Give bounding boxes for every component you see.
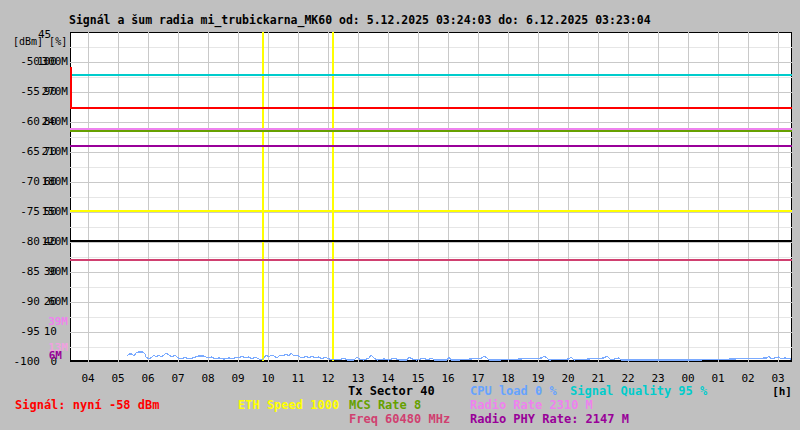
legend-radio-rate: Radio Rate 2310 M [470,399,593,412]
x-axis-hour-label: 04 [73,373,103,385]
y-axis-value-label: 39M [0,316,68,328]
x-axis-hour-label: 08 [193,373,223,385]
y-axis-label-rate: 300M [0,56,68,68]
y-axis-label-rate: 60M [0,296,68,308]
x-axis-hour-label: 10 [253,373,283,385]
y-axis-label-rate: 120M [0,236,68,248]
y-axis-label-rate: 90M [0,266,68,278]
y-axis-label-rate: 180M [0,176,68,188]
legend-freq: Freq 60480 MHz [349,413,450,426]
chart-svg [0,0,800,430]
y-axis-label-rate: 210M [0,146,68,158]
y-axis-label-rate: 270M [0,86,68,98]
x-axis-hour-label: 03 [763,373,793,385]
x-axis-hour-label: 02 [733,373,763,385]
x-axis-hour-label: 12 [313,373,343,385]
legend-tx-sector: Tx Sector 40 [348,385,435,398]
x-axis-hour-label: 07 [163,373,193,385]
x-axis-hour-label: 05 [103,373,133,385]
x-axis-hour-label: 16 [433,373,463,385]
y-axis-value-label: 6M [0,350,62,362]
signal-line [71,67,792,108]
legend-signal-now: Signál: nyní -58 dBm [15,399,160,412]
x-axis-unit-label: [h] [760,385,792,398]
legend-mcs-rate: MCS Rate 8 [349,399,421,412]
y-axis-label-rate: 150M [0,206,68,218]
x-axis-hour-label: 11 [283,373,313,385]
x-axis-hour-label: 06 [133,373,163,385]
y-axis-label-rate: 240M [0,116,68,128]
cpu-load-line [127,352,791,360]
legend-eth-speed: ETH Speed 1000 [238,399,339,412]
legend-cpu-load: CPU load 0 % [470,385,557,398]
x-axis-hour-label: 09 [223,373,253,385]
x-axis-hour-label: 01 [703,373,733,385]
legend-signal-quality: Signal Quality 95 % [570,385,707,398]
radio-signal-graph-page: Signál a šum radia mi_trubickarna_MK60 o… [0,0,800,430]
legend-radio-phy-rate: Radio PHY Rate: 2147 M [470,413,629,426]
